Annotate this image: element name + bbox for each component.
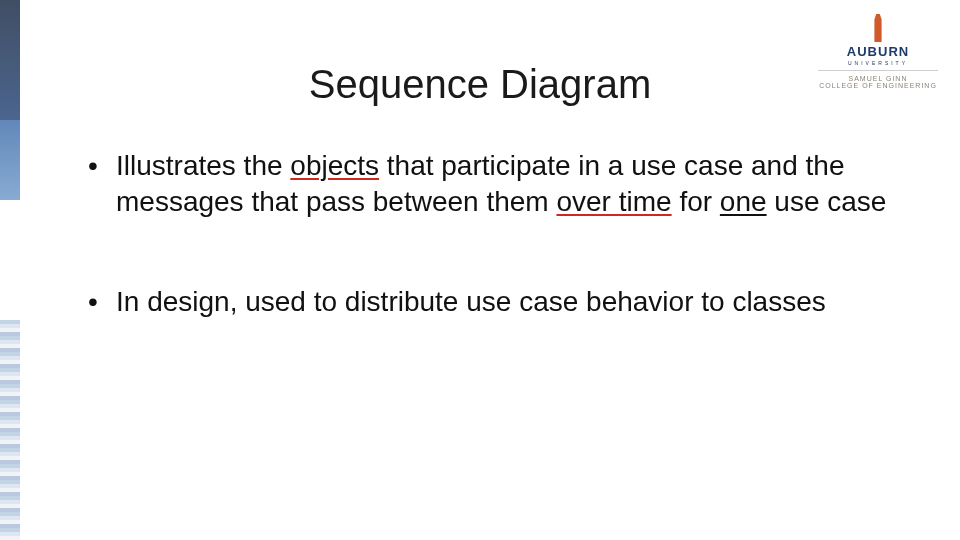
bullet-text-emph: over time xyxy=(556,186,671,217)
deco-stripe xyxy=(0,120,20,200)
bullet-text-emph: objects xyxy=(290,150,379,181)
bullet-text: In design, used to distribute use case b… xyxy=(116,286,826,317)
deco-stripe xyxy=(0,320,20,540)
bullet-text-emph: one xyxy=(720,186,767,217)
slide-body: Illustrates the objects that participate… xyxy=(88,148,900,383)
bullet-text: Illustrates the xyxy=(116,150,290,181)
bullet-text: use case xyxy=(767,186,887,217)
bullet-2: In design, used to distribute use case b… xyxy=(88,284,900,320)
bullet-text: for xyxy=(672,186,720,217)
tower-icon xyxy=(869,14,887,42)
slide-title: Sequence Diagram xyxy=(0,62,960,107)
deco-stripe xyxy=(0,200,20,320)
bullet-1: Illustrates the objects that participate… xyxy=(88,148,900,220)
logo-wordmark: AUBURN xyxy=(818,44,938,59)
